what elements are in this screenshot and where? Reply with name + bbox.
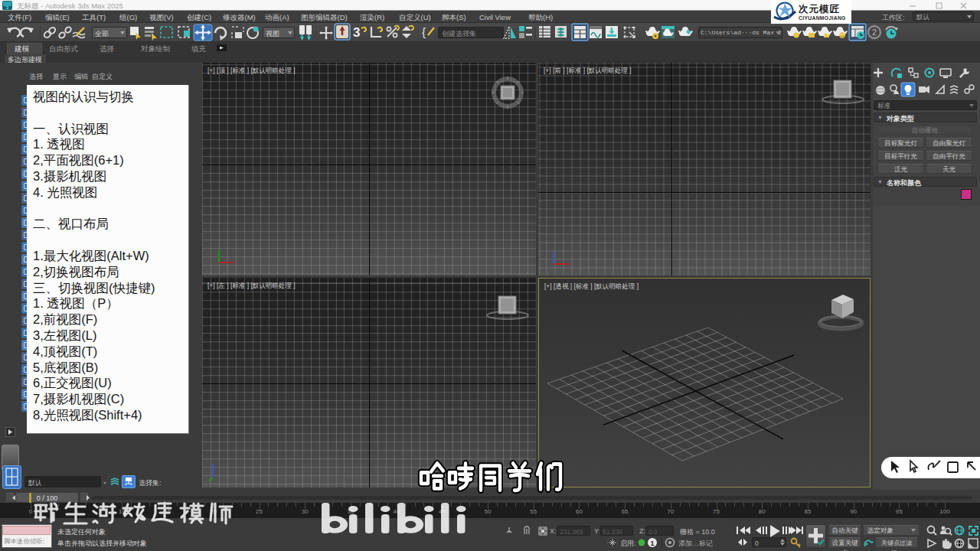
svg-text:{: { bbox=[422, 25, 426, 38]
svg-text:CIYUANMOJIANG: CIYUANMOJIANG bbox=[799, 15, 846, 21]
svg-text:2: 2 bbox=[872, 28, 877, 37]
svg-text:1: 1 bbox=[650, 540, 654, 547]
svg-text:3: 3 bbox=[353, 25, 360, 40]
svg-text:次元模匠: 次元模匠 bbox=[799, 4, 840, 15]
